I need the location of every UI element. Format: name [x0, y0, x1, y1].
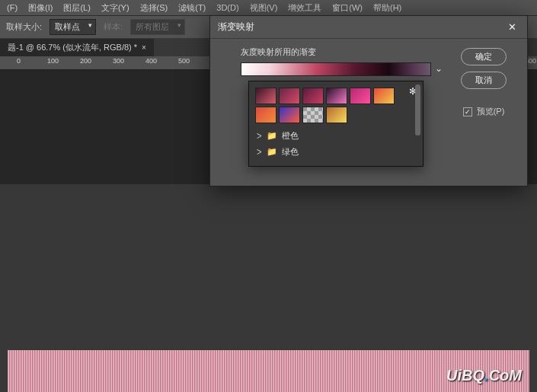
preview-checkbox[interactable]: ✓ [463, 107, 472, 116]
gradient-bar[interactable] [241, 62, 431, 76]
ruler-tick: 400 [145, 57, 157, 65]
gradient-preset-panel: ✻ ᐳ 📁 橙色 ᐳ 📁 绿色 [248, 81, 424, 167]
gradient-swatch[interactable] [255, 107, 276, 123]
gradient-swatch[interactable] [373, 88, 395, 104]
watermark-part: UiBQ [446, 367, 484, 384]
gradient-swatch[interactable] [279, 88, 300, 104]
menu-3d[interactable]: 3D(D) [211, 2, 244, 14]
preview-label: 预览(P) [477, 106, 505, 117]
gradient-swatch[interactable] [350, 88, 371, 104]
menu-filter[interactable]: 滤镜(T) [173, 1, 211, 15]
cancel-button[interactable]: 取消 [461, 72, 507, 89]
folder-label: 橙色 [282, 130, 299, 142]
swatch-grid [255, 88, 417, 123]
chevron-right-icon: ᐳ [257, 148, 262, 156]
folder-icon: 📁 [267, 147, 277, 157]
menu-select[interactable]: 选择(S) [135, 1, 174, 15]
scrollbar[interactable] [415, 84, 420, 135]
document-tab[interactable]: 题-1 @ 66.7% (似水流年, RGB/8) * × [0, 39, 154, 56]
menu-bar: (F) 图像(I) 图层(L) 文字(Y) 选择(S) 滤镜(T) 3D(D) … [0, 0, 537, 15]
gradient-swatch[interactable] [302, 107, 324, 123]
gradient-swatch[interactable] [279, 107, 300, 123]
ruler-tick: 500 [178, 57, 190, 65]
menu-image[interactable]: 图像(I) [23, 1, 58, 15]
sample-size-label: 取样大小: [6, 21, 42, 33]
ruler-tick: 0 [17, 57, 21, 65]
ok-button[interactable]: 确定 [461, 48, 507, 65]
folder-icon: 📁 [267, 131, 277, 141]
gradient-swatch[interactable] [302, 88, 324, 104]
close-icon[interactable]: × [142, 43, 146, 52]
menu-window[interactable]: 窗口(W) [327, 1, 368, 15]
ruler-tick: 300 [113, 57, 124, 65]
menu-view[interactable]: 视图(V) [245, 1, 283, 15]
watermark: UiBQ.CoM [446, 367, 522, 384]
sample-dropdown[interactable]: 所有图层 [130, 19, 185, 35]
ruler-tick: 200 [80, 57, 91, 65]
dialog-title: 渐变映射 [218, 21, 254, 33]
dialog-titlebar[interactable]: 渐变映射 ✕ [210, 16, 527, 39]
folder-label: 绿色 [282, 146, 299, 158]
close-icon[interactable]: ✕ [505, 21, 519, 33]
preset-folder-green[interactable]: ᐳ 📁 绿色 [255, 144, 417, 160]
menu-help[interactable]: 帮助(H) [368, 1, 407, 15]
menu-type[interactable]: 文字(Y) [96, 1, 135, 15]
gradient-swatch[interactable] [326, 88, 347, 104]
ruler-tick: 100 [47, 57, 59, 65]
gradient-swatch[interactable] [255, 88, 276, 104]
watermark-part: CoM [489, 367, 522, 384]
chevron-right-icon: ᐳ [257, 132, 262, 140]
menu-file[interactable]: (F) [2, 2, 23, 14]
document-tab-title: 题-1 @ 66.7% (似水流年, RGB/8) * [8, 42, 137, 53]
menu-plugins[interactable]: 增效工具 [283, 1, 327, 15]
gradient-swatch[interactable] [326, 107, 347, 123]
menu-layer[interactable]: 图层(L) [58, 1, 95, 15]
sample-size-dropdown[interactable]: 取样点 [50, 19, 96, 35]
sample-label: 样本: [104, 21, 123, 33]
preset-folder-orange[interactable]: ᐳ 📁 橙色 [255, 128, 417, 144]
gradient-label: 灰度映射所用的渐变 [241, 46, 440, 58]
